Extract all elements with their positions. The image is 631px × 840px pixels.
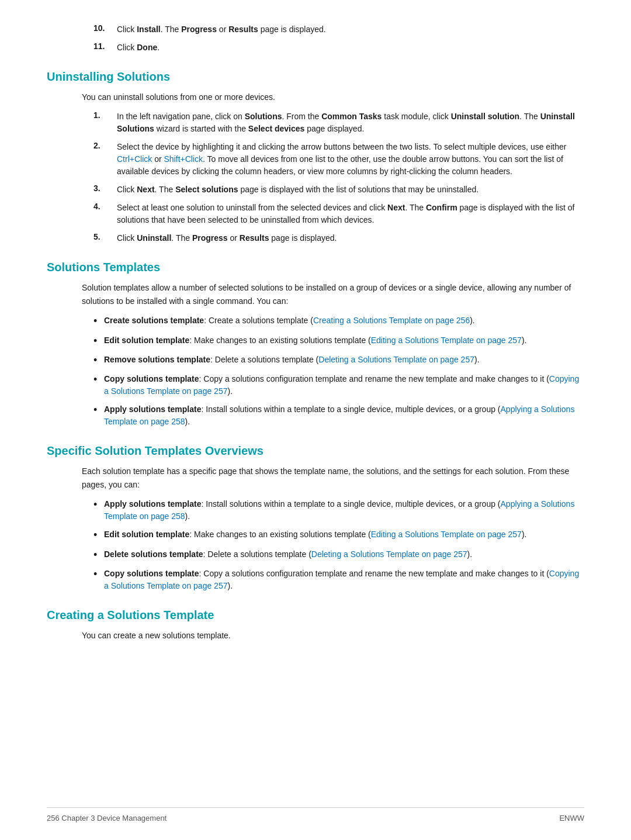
heading-solutions-templates: Solutions Templates <box>47 261 584 274</box>
intro-creating-solutions-template: You can create a new solutions template. <box>47 629 584 642</box>
spec-bullet-edit-text: Edit solution template: Make changes to … <box>104 528 584 541</box>
link-editing-solutions-257a[interactable]: Editing a Solutions Template on page 257 <box>371 336 522 345</box>
step-10-number: 10. <box>93 23 117 36</box>
unstep-3-num: 3. <box>93 184 117 196</box>
spec-bullet-delete: • Delete solutions template: Delete a so… <box>93 548 584 562</box>
bullet-create-solutions: • Create solutions template: Create a so… <box>93 314 584 328</box>
bullet-remove-solutions: • Remove solutions template: Delete a so… <box>93 354 584 367</box>
step-10-text: Click Install. The Progress or Results p… <box>117 23 584 36</box>
unstep-2-num: 2. <box>93 141 117 178</box>
spec-bullet-apply-text: Apply solutions template: Install soluti… <box>104 498 584 523</box>
step-11: 11. Click Done. <box>82 42 584 54</box>
bullet-create-text: Create solutions template: Create a solu… <box>104 314 584 327</box>
link-editing-solutions-257b[interactable]: Editing a Solutions Template on page 257 <box>371 530 522 539</box>
unstep-3-text: Click Next. The Select solutions page is… <box>117 184 584 196</box>
bullet-dot: • <box>93 528 104 542</box>
unstep-4-num: 4. <box>93 202 117 226</box>
step-11-number: 11. <box>93 42 117 54</box>
spec-bullet-edit: • Edit solution template: Make changes t… <box>93 528 584 542</box>
unstep-5-num: 5. <box>93 232 117 244</box>
bullet-copy-solutions: • Copy solutions template: Copy a soluti… <box>93 373 584 397</box>
bullets-specific-templates: • Apply solutions template: Install solu… <box>47 498 584 592</box>
ctrl-click-link[interactable]: Ctrl+Click <box>117 154 152 164</box>
spec-bullet-copy: • Copy solutions template: Copy a soluti… <box>93 568 584 592</box>
intro-specific-templates: Each solution template has a specific pa… <box>47 465 584 491</box>
heading-uninstalling-solutions: Uninstalling Solutions <box>47 70 584 84</box>
bullet-remove-text: Remove solutions template: Delete a solu… <box>104 354 584 366</box>
unstep-4-text: Select at least one solution to uninstal… <box>117 202 584 226</box>
unstep-5-text: Click Uninstall. The Progress or Results… <box>117 232 584 244</box>
bullet-apply-solutions: • Apply solutions template: Install solu… <box>93 403 584 428</box>
bullet-dot: • <box>93 314 104 328</box>
intro-solutions-templates: Solution templates allow a number of sel… <box>47 281 584 307</box>
spec-bullet-copy-text: Copy solutions template: Copy a solution… <box>104 568 584 592</box>
spec-bullet-delete-text: Delete solutions template: Delete a solu… <box>104 548 584 561</box>
spec-bullet-apply: • Apply solutions template: Install solu… <box>93 498 584 523</box>
shift-click-link[interactable]: Shift+Click <box>164 154 203 164</box>
link-creating-solutions-256[interactable]: Creating a Solutions Template on page 25… <box>313 316 470 325</box>
unstep-1-text: In the left navigation pane, click on So… <box>117 110 584 135</box>
section-solutions-templates: Solutions Templates Solution templates a… <box>47 261 584 428</box>
bullet-dot: • <box>93 403 104 417</box>
bullets-solutions-templates: • Create solutions template: Create a so… <box>47 314 584 428</box>
heading-creating-solutions-template: Creating a Solutions Template <box>47 609 584 622</box>
footer-left: 256 Chapter 3 Device Management <box>47 814 167 822</box>
step-10: 10. Click Install. The Progress or Resul… <box>82 23 584 36</box>
unstep-2-text: Select the device by highlighting it and… <box>117 141 584 178</box>
bullet-edit-text: Edit solution template: Make changes to … <box>104 334 584 347</box>
section-creating-solutions-template: Creating a Solutions Template You can cr… <box>47 609 584 642</box>
bullet-dot: • <box>93 498 104 511</box>
unstep-5: 5. Click Uninstall. The Progress or Resu… <box>82 232 584 244</box>
bullet-copy-text: Copy solutions template: Copy a solution… <box>104 373 584 397</box>
bullet-dot: • <box>93 548 104 562</box>
intro-uninstalling-solutions: You can uninstall solutions from one or … <box>47 91 584 103</box>
unstep-4: 4. Select at least one solution to unins… <box>82 202 584 226</box>
page-footer: 256 Chapter 3 Device Management ENWW <box>47 807 584 822</box>
footer-right: ENWW <box>559 814 584 822</box>
link-deleting-solutions-257b[interactable]: Deleting a Solutions Template on page 25… <box>311 549 467 559</box>
bullet-dot: • <box>93 354 104 367</box>
bullet-dot: • <box>93 334 104 348</box>
unstep-3: 3. Click Next. The Select solutions page… <box>82 184 584 196</box>
section-uninstalling-solutions: Uninstalling Solutions You can uninstall… <box>47 70 584 244</box>
unstep-1-num: 1. <box>93 110 117 135</box>
bullet-dot: • <box>93 373 104 386</box>
section-specific-templates: Specific Solution Templates Overviews Ea… <box>47 444 584 592</box>
heading-specific-templates: Specific Solution Templates Overviews <box>47 444 584 458</box>
bullet-dot: • <box>93 568 104 581</box>
unstep-2: 2. Select the device by highlighting it … <box>82 141 584 178</box>
link-deleting-solutions-257a[interactable]: Deleting a Solutions Template on page 25… <box>318 355 474 364</box>
unstep-1: 1. In the left navigation pane, click on… <box>82 110 584 135</box>
bullet-edit-solutions: • Edit solution template: Make changes t… <box>93 334 584 348</box>
bullet-apply-text: Apply solutions template: Install soluti… <box>104 403 584 428</box>
steps-uninstalling: 1. In the left navigation pane, click on… <box>47 110 584 244</box>
step-11-text: Click Done. <box>117 42 584 54</box>
